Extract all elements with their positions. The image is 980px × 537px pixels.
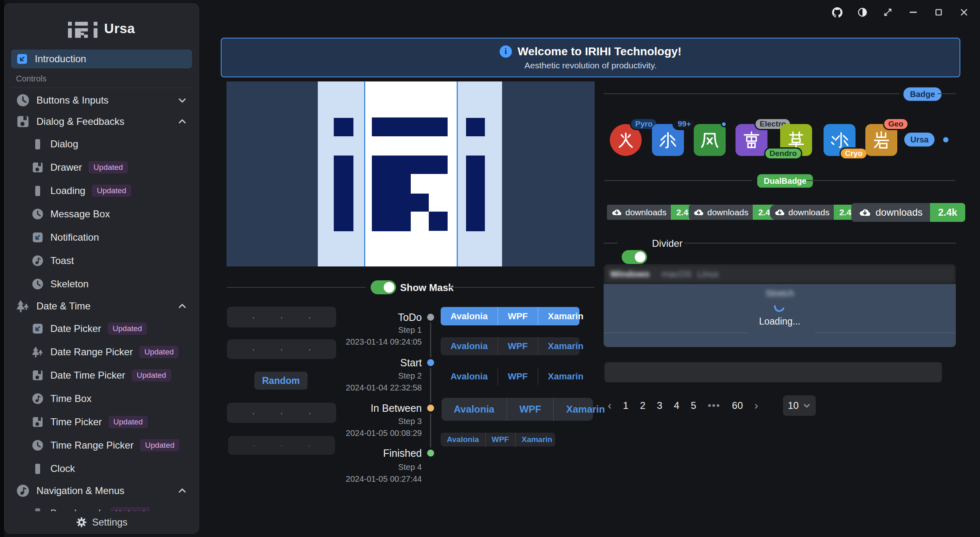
next-page-button[interactable]: ›	[754, 399, 758, 412]
loading-tabs: Windows macOS Linux	[604, 264, 956, 284]
time-box-input[interactable]: ···	[227, 307, 336, 327]
sidebar-group-navigation-menus[interactable]: Navigation & Menus	[11, 480, 192, 501]
sidebar-group-dialog-feedbacks[interactable]: Dialog & Feedbacks	[11, 111, 192, 132]
close-icon[interactable]	[955, 4, 973, 20]
settings-label: Settings	[92, 517, 128, 528]
sidebar-item-toast[interactable]: Toast	[11, 249, 192, 272]
xamarin-button[interactable]: Xamarin	[515, 433, 559, 447]
app-title: Ursa	[104, 21, 135, 36]
sidebar-item-skeleton[interactable]: Skeleton	[11, 272, 192, 296]
floppy-icon	[32, 369, 44, 381]
sidebar-item-notification[interactable]: Notification	[11, 226, 192, 249]
sidebar-item-label: Dialog & Feedbacks	[36, 116, 124, 127]
sidebar-item-time-picker[interactable]: Time Picker Updated	[11, 410, 192, 433]
tab-linux[interactable]: Linux	[697, 269, 719, 280]
banner-subtitle: Aesthetic revolution of productivity.	[525, 61, 657, 70]
divider-toggle[interactable]	[622, 250, 647, 264]
button-group-small: Avalonia WPF Xamarin	[441, 433, 555, 447]
sidebar-item-label: Buttons & Inputs	[36, 95, 109, 106]
github-icon[interactable]	[828, 4, 846, 20]
sidebar-item-time-box[interactable]: Time Box	[11, 387, 192, 410]
page-button-1[interactable]: 1	[623, 400, 628, 411]
avalonia-button[interactable]: Avalonia	[441, 398, 507, 421]
cloud-download-icon	[611, 208, 622, 217]
sidebar-group-buttons-inputs[interactable]: Buttons & Inputs	[11, 90, 192, 111]
wind-glyph-icon	[700, 131, 719, 149]
sidebar-item-label: Time Range Picker	[50, 440, 134, 451]
button-group-solid: Avalonia WPF Xamarin	[441, 307, 579, 325]
tab-macos[interactable]: macOS	[661, 269, 691, 280]
step-dot-in-between	[427, 405, 434, 412]
page-button-60[interactable]: 60	[732, 400, 743, 411]
expand-icon[interactable]	[878, 4, 897, 20]
tab-windows[interactable]: Windows	[610, 269, 650, 280]
thunder-glyph-icon	[742, 131, 761, 149]
clock-icon	[32, 208, 44, 220]
show-mask-toggle[interactable]	[371, 280, 396, 294]
page-ellipsis[interactable]: •••	[708, 400, 720, 411]
page-button-5[interactable]: 5	[691, 400, 696, 411]
battery-icon	[32, 185, 44, 197]
wpf-button[interactable]: WPF	[498, 368, 538, 385]
sidebar-item-date-time-picker[interactable]: Date Time Picker Updated	[11, 363, 192, 387]
step-dot-finished	[427, 450, 434, 457]
sidebar-item-drawer[interactable]: Drawer Updated	[11, 156, 192, 179]
page-size-select[interactable]: 10	[783, 395, 816, 416]
step-title: In Between	[371, 402, 422, 414]
sidebar-item-label: Date & Time	[36, 300, 91, 312]
sidebar-item-label: Date Time Picker	[50, 370, 125, 381]
sidebar-item-label: Time Picker	[50, 416, 102, 428]
sidebar-section-controls: Controls	[16, 74, 192, 83]
updated-badge: Updated	[132, 369, 171, 381]
wpf-button[interactable]: WPF	[507, 398, 553, 421]
empty-panel	[604, 362, 942, 382]
avalonia-button[interactable]: Avalonia	[441, 433, 485, 447]
masked-divider	[815, 332, 956, 333]
page-button-4[interactable]: 4	[674, 400, 679, 411]
maximize-icon[interactable]	[929, 4, 948, 20]
arrow-square-icon	[16, 53, 28, 65]
sidebar-item-label: Notification	[50, 232, 99, 243]
iri-logo-icon	[68, 19, 97, 38]
sidebar-item-time-range-picker[interactable]: Time Range Picker Updated	[11, 433, 192, 457]
badge-section-pill: Badge	[903, 88, 942, 101]
sidebar-item-label: Message Box	[50, 208, 110, 220]
dualbadge-section-pill: DualBadge	[757, 174, 813, 188]
wpf-button[interactable]: WPF	[498, 337, 538, 355]
page-button-2[interactable]: 2	[640, 400, 645, 411]
step-label: Step 1	[398, 325, 422, 335]
xamarin-button[interactable]: Xamarin	[538, 307, 593, 325]
settings-button[interactable]: Settings	[5, 511, 199, 533]
sidebar-item-date-picker[interactable]: Date Picker Updated	[11, 317, 192, 340]
wpf-button[interactable]: WPF	[498, 307, 538, 325]
loading-text: Loading...	[604, 316, 956, 327]
divider-line	[604, 93, 899, 94]
xamarin-button[interactable]: Xamarin	[538, 337, 593, 355]
time-box-input[interactable]: ···	[227, 403, 336, 423]
page-button-3[interactable]: 3	[657, 400, 662, 411]
gear-icon	[76, 517, 87, 528]
sidebar-group-date-time[interactable]: Date & Time	[11, 296, 192, 317]
minimize-icon[interactable]	[904, 4, 923, 20]
avalonia-button[interactable]: Avalonia	[441, 307, 498, 325]
sidebar-item-introduction[interactable]: Introduction	[11, 50, 192, 68]
sidebar-item-dialog[interactable]: Dialog	[11, 132, 192, 156]
sidebar-item-message-box[interactable]: Message Box	[11, 202, 192, 226]
clock-icon	[16, 93, 30, 107]
sidebar-item-loading[interactable]: Loading Updated	[11, 179, 192, 202]
sidebar-item-clock[interactable]: Clock	[11, 457, 192, 480]
sidebar-item-date-range-picker[interactable]: Date Range Picker Updated	[11, 340, 192, 363]
divider-line	[604, 243, 618, 244]
wpf-button[interactable]: WPF	[485, 433, 515, 447]
xamarin-button[interactable]: Xamarin	[538, 368, 593, 385]
prev-page-button[interactable]: ‹	[608, 399, 611, 412]
sidebar-item-label: Date Range Picker	[50, 346, 133, 358]
theme-toggle-icon[interactable]	[853, 4, 872, 20]
avalonia-button[interactable]: Avalonia	[441, 337, 498, 355]
avalonia-button[interactable]: Avalonia	[441, 368, 498, 385]
info-icon: i	[500, 45, 512, 58]
trees-icon	[32, 346, 44, 358]
time-box-input[interactable]: ···	[227, 339, 336, 359]
random-button[interactable]: Random	[254, 372, 308, 390]
music-note-icon	[32, 255, 44, 267]
